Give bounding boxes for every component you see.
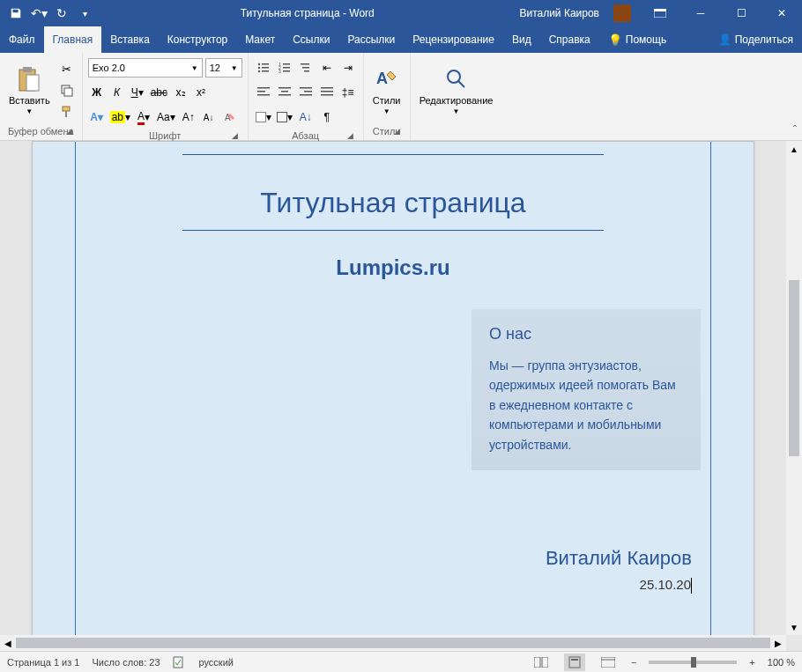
tab-help[interactable]: Справка bbox=[540, 26, 599, 53]
about-body[interactable]: Мы — группа энтузиастов, одержимых идеей… bbox=[489, 356, 683, 454]
user-avatar[interactable] bbox=[613, 4, 631, 22]
multilevel-list-button[interactable] bbox=[296, 58, 316, 78]
word-count[interactable]: Число слов: 23 bbox=[92, 657, 160, 668]
minimize-icon[interactable]: ─ bbox=[680, 0, 721, 26]
cut-icon[interactable]: ✂ bbox=[57, 60, 77, 79]
styles-launcher-icon[interactable]: ◢ bbox=[392, 127, 403, 137]
document-date[interactable]: 25.10.20 bbox=[640, 577, 692, 594]
sort-button[interactable]: A↓ bbox=[296, 107, 316, 127]
paste-button[interactable]: Вставить ▼ bbox=[5, 63, 54, 117]
tab-references[interactable]: Ссылки bbox=[284, 26, 338, 53]
italic-button[interactable]: К bbox=[108, 83, 126, 102]
tab-layout[interactable]: Макет bbox=[236, 26, 284, 53]
spellcheck-icon[interactable] bbox=[173, 656, 187, 668]
scroll-right-icon[interactable]: ▶ bbox=[770, 635, 786, 651]
scroll-up-icon[interactable]: ▲ bbox=[786, 141, 802, 157]
tab-design[interactable]: Конструктор bbox=[159, 26, 236, 53]
share-button[interactable]: 👤Поделиться bbox=[709, 26, 802, 53]
save-icon[interactable] bbox=[7, 4, 25, 22]
zoom-thumb[interactable] bbox=[691, 657, 696, 668]
font-size-combo[interactable]: 12▼ bbox=[205, 58, 242, 78]
styles-button[interactable]: A Стили ▼ bbox=[369, 63, 405, 117]
styles-label: Стили bbox=[373, 95, 401, 106]
svg-rect-33 bbox=[300, 94, 312, 96]
clipboard-launcher-icon[interactable]: ◢ bbox=[64, 127, 75, 137]
grow-font-button[interactable]: A↑ bbox=[180, 107, 197, 127]
user-name[interactable]: Виталий Каиров bbox=[514, 7, 605, 19]
align-right-button[interactable] bbox=[296, 83, 316, 102]
zoom-level[interactable]: 100 % bbox=[768, 657, 795, 668]
svg-rect-1 bbox=[654, 9, 666, 11]
editing-button[interactable]: Редактирование ▼ bbox=[416, 63, 497, 117]
qat-customize-icon[interactable]: ▾ bbox=[76, 4, 93, 22]
borders-button[interactable]: ▾ bbox=[275, 107, 294, 127]
tab-review[interactable]: Рецензирование bbox=[404, 26, 503, 53]
align-left-button[interactable] bbox=[254, 83, 273, 102]
about-heading[interactable]: О нас bbox=[489, 325, 683, 343]
tab-view[interactable]: Вид bbox=[503, 26, 540, 53]
horizontal-scrollbar[interactable]: ◀ ▶ bbox=[0, 635, 786, 651]
bold-button[interactable]: Ж bbox=[88, 83, 106, 102]
about-box[interactable]: О нас Мы — группа энтузиастов, одержимых… bbox=[472, 309, 701, 470]
tab-mailings[interactable]: Рассылки bbox=[338, 26, 404, 53]
document-title[interactable]: Титульная страница bbox=[182, 154, 604, 231]
show-marks-button[interactable]: ¶ bbox=[317, 107, 337, 127]
hscroll-thumb[interactable] bbox=[16, 638, 770, 648]
format-painter-icon[interactable] bbox=[57, 102, 77, 122]
numbering-button[interactable]: 123 bbox=[275, 58, 294, 78]
underline-button[interactable]: Ч▾ bbox=[129, 83, 146, 102]
shrink-font-button[interactable]: A↓ bbox=[200, 107, 218, 127]
page-indicator[interactable]: Страница 1 из 1 bbox=[7, 657, 79, 668]
collapse-ribbon-icon[interactable]: ˆ bbox=[793, 123, 797, 137]
subscript-button[interactable]: x₂ bbox=[172, 83, 189, 102]
svg-rect-28 bbox=[278, 87, 291, 89]
tell-me-button[interactable]: 💡Помощь bbox=[599, 26, 675, 53]
bullets-button[interactable] bbox=[254, 58, 273, 78]
increase-indent-button[interactable]: ⇥ bbox=[338, 58, 358, 78]
vscroll-track[interactable] bbox=[786, 157, 802, 619]
chevron-down-icon: ▼ bbox=[231, 64, 238, 72]
close-icon[interactable]: ✕ bbox=[761, 0, 802, 26]
maximize-icon[interactable]: ☐ bbox=[721, 0, 761, 26]
tab-home[interactable]: Главная bbox=[44, 26, 102, 53]
superscript-button[interactable]: x² bbox=[192, 83, 210, 102]
strikethrough-button[interactable]: abc bbox=[149, 83, 169, 102]
zoom-slider[interactable] bbox=[649, 661, 737, 664]
shading-button[interactable]: ▾ bbox=[254, 107, 273, 127]
web-layout-icon[interactable] bbox=[598, 654, 619, 671]
ribbon-display-icon[interactable] bbox=[640, 0, 680, 26]
svg-rect-29 bbox=[281, 91, 288, 92]
zoom-in-button[interactable]: + bbox=[749, 657, 754, 668]
margin-guide-right bbox=[710, 142, 711, 635]
text-effects-button[interactable]: A▾ bbox=[88, 107, 106, 127]
font-name-combo[interactable]: Exo 2.0▼ bbox=[88, 58, 203, 78]
hscroll-track[interactable] bbox=[16, 635, 770, 651]
author-name[interactable]: Виталий Каиров bbox=[546, 547, 692, 570]
highlight-button[interactable]: ab▾ bbox=[108, 107, 132, 127]
change-case-button[interactable]: Aa▾ bbox=[155, 107, 177, 127]
undo-icon[interactable]: ↶▾ bbox=[30, 4, 48, 22]
vscroll-thumb[interactable] bbox=[789, 280, 799, 456]
language-indicator[interactable]: русский bbox=[199, 657, 234, 668]
document-subtitle[interactable]: Lumpics.ru bbox=[68, 255, 718, 280]
document-area: Титульная страница Lumpics.ru О нас Мы —… bbox=[0, 141, 802, 651]
scroll-left-icon[interactable]: ◀ bbox=[0, 635, 16, 651]
decrease-indent-button[interactable]: ⇤ bbox=[317, 58, 337, 78]
clear-formatting-button[interactable]: A bbox=[220, 107, 238, 127]
zoom-out-button[interactable]: − bbox=[631, 657, 636, 668]
scroll-down-icon[interactable]: ▼ bbox=[786, 619, 802, 635]
copy-icon[interactable] bbox=[57, 81, 77, 100]
vertical-scrollbar[interactable]: ▲ ▼ bbox=[786, 141, 802, 635]
align-center-button[interactable] bbox=[275, 83, 294, 102]
read-mode-icon[interactable] bbox=[531, 654, 552, 671]
paste-icon bbox=[15, 65, 43, 93]
print-layout-icon[interactable] bbox=[564, 654, 585, 671]
document-viewport[interactable]: Титульная страница Lumpics.ru О нас Мы —… bbox=[0, 141, 786, 635]
page[interactable]: Титульная страница Lumpics.ru О нас Мы —… bbox=[32, 141, 754, 635]
tab-file[interactable]: Файл bbox=[0, 26, 44, 53]
justify-button[interactable] bbox=[317, 83, 337, 102]
line-spacing-button[interactable]: ‡≡ bbox=[338, 83, 358, 102]
tab-insert[interactable]: Вставка bbox=[101, 26, 159, 53]
redo-icon[interactable]: ↻ bbox=[53, 4, 71, 22]
font-color-button[interactable]: A▾ bbox=[135, 107, 152, 127]
